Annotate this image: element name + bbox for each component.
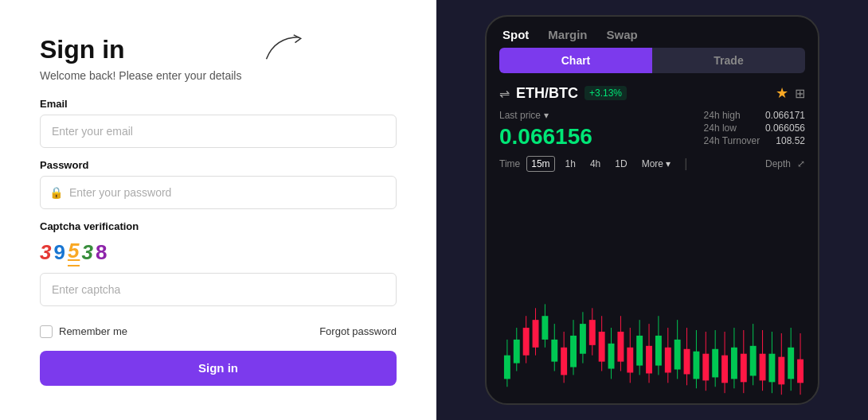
tab-chart[interactable]: Chart xyxy=(499,48,652,73)
tab-swap[interactable]: Swap xyxy=(607,28,638,41)
svg-rect-1 xyxy=(504,356,510,379)
svg-rect-15 xyxy=(570,336,577,368)
main-price: 0.066156 xyxy=(499,124,592,150)
chart-area: [ {"x":8,"open":130,"close":110,"high":1… xyxy=(487,175,818,403)
high-row: 24h high 0.066171 xyxy=(704,110,805,121)
remember-checkbox[interactable] xyxy=(40,325,53,338)
expand-icon[interactable]: ⤢ xyxy=(797,158,805,169)
svg-rect-19 xyxy=(589,320,596,345)
captcha-input[interactable] xyxy=(40,273,397,306)
svg-rect-51 xyxy=(741,354,747,383)
time-4h[interactable]: 4h xyxy=(586,157,604,171)
phone-mockup: Spot Margin Swap Chart Trade ⇌ ETH/BTC +… xyxy=(485,15,819,405)
svg-rect-21 xyxy=(599,332,605,362)
svg-rect-55 xyxy=(760,354,766,381)
time-bar: Time 15m 1h 4h 1D More ▾ | Depth ⤢ xyxy=(487,153,818,175)
price-right: 24h high 0.066171 24h low 0.066056 24h T… xyxy=(704,110,805,148)
tab-spot[interactable]: Spot xyxy=(502,28,529,41)
captcha-char-4: 3 xyxy=(81,240,93,265)
svg-rect-11 xyxy=(551,340,557,362)
pair-info: ⇌ ETH/BTC +3.13% ★ ⊞ xyxy=(487,80,818,107)
captcha-char-5: 8 xyxy=(96,240,108,265)
remember-me-text: Remember me xyxy=(59,325,127,337)
time-more[interactable]: More ▾ xyxy=(638,157,675,171)
separator: | xyxy=(684,157,687,171)
tab-trade[interactable]: Trade xyxy=(652,48,805,73)
svg-rect-27 xyxy=(627,348,633,373)
password-input[interactable] xyxy=(40,176,397,209)
svg-rect-25 xyxy=(617,332,624,362)
svg-rect-43 xyxy=(702,354,709,381)
price-section: Last price ▾ 0.066156 24h high 0.066171 … xyxy=(487,107,818,153)
phone-header: Spot Margin Swap xyxy=(487,17,818,48)
dropdown-arrow-icon: ▾ xyxy=(544,110,549,121)
svg-rect-29 xyxy=(636,336,643,366)
depth-label: Depth xyxy=(765,158,791,169)
captcha-char-3: 5 xyxy=(68,239,80,266)
arrow-decoration xyxy=(258,28,311,73)
captcha-char-1: 3 xyxy=(40,240,52,265)
swap-arrows-icon: ⇌ xyxy=(499,86,510,101)
forgot-password-link[interactable]: Forgot password xyxy=(319,325,397,337)
pair-name: ETH/BTC xyxy=(516,85,578,102)
time-15m[interactable]: 15m xyxy=(526,156,554,172)
welcome-text: Welcome back! Please enter your details xyxy=(40,69,397,82)
grid-icon[interactable]: ⊞ xyxy=(795,86,805,101)
pair-change: +3.13% xyxy=(585,86,627,100)
svg-rect-59 xyxy=(778,357,784,385)
captcha-char-2: 9 xyxy=(53,240,65,265)
svg-rect-23 xyxy=(608,344,615,369)
svg-rect-63 xyxy=(797,360,803,383)
svg-rect-37 xyxy=(674,340,681,370)
svg-rect-35 xyxy=(665,348,671,373)
svg-rect-3 xyxy=(514,340,520,364)
pair-left: ⇌ ETH/BTC +3.13% xyxy=(499,85,627,102)
favorite-star-icon[interactable]: ★ xyxy=(776,84,788,102)
low-row: 24h low 0.066056 xyxy=(704,122,805,134)
lock-icon: 🔒 xyxy=(49,186,63,199)
svg-rect-45 xyxy=(712,349,718,378)
svg-rect-49 xyxy=(731,348,737,379)
password-wrapper: 🔒 xyxy=(40,176,397,209)
last-price-label: Last price ▾ xyxy=(499,110,592,121)
svg-rect-31 xyxy=(646,346,652,374)
svg-rect-33 xyxy=(655,336,662,366)
svg-rect-13 xyxy=(561,348,567,375)
price-left: Last price ▾ 0.066156 xyxy=(499,110,592,150)
svg-rect-41 xyxy=(693,352,699,379)
tab-margin[interactable]: Margin xyxy=(548,28,587,41)
bottom-row: Remember me Forgot password xyxy=(40,325,397,338)
email-label: Email xyxy=(40,98,397,110)
email-input[interactable] xyxy=(40,115,397,148)
turnover-row: 24h Turnover 108.52 xyxy=(704,135,805,146)
remember-me-label[interactable]: Remember me xyxy=(40,325,127,338)
captcha-image: 3 9 5 3 8 xyxy=(40,239,397,266)
svg-rect-17 xyxy=(580,324,586,354)
svg-rect-9 xyxy=(542,316,548,340)
time-1d[interactable]: 1D xyxy=(611,157,631,171)
candlestick-chart: [ {"x":8,"open":130,"close":110,"high":1… xyxy=(499,260,805,403)
svg-rect-61 xyxy=(788,348,794,379)
password-label: Password xyxy=(40,159,397,171)
right-panel: Spot Margin Swap Chart Trade ⇌ ETH/BTC +… xyxy=(436,0,868,420)
left-panel: Sign in Welcome back! Please enter your … xyxy=(0,0,436,420)
time-label: Time xyxy=(499,158,520,169)
svg-rect-5 xyxy=(523,328,530,356)
captcha-label: Captcha verification xyxy=(40,220,397,232)
page-title: Sign in xyxy=(40,35,397,64)
svg-rect-7 xyxy=(533,320,539,348)
sign-in-button[interactable]: Sign in xyxy=(40,351,397,386)
svg-rect-57 xyxy=(768,354,775,383)
pair-icons: ★ ⊞ xyxy=(776,84,805,102)
svg-rect-47 xyxy=(721,356,728,383)
time-1h[interactable]: 1h xyxy=(561,157,580,171)
svg-rect-53 xyxy=(750,346,757,376)
svg-rect-39 xyxy=(684,349,690,375)
chart-trade-tabs: Chart Trade xyxy=(499,48,805,73)
